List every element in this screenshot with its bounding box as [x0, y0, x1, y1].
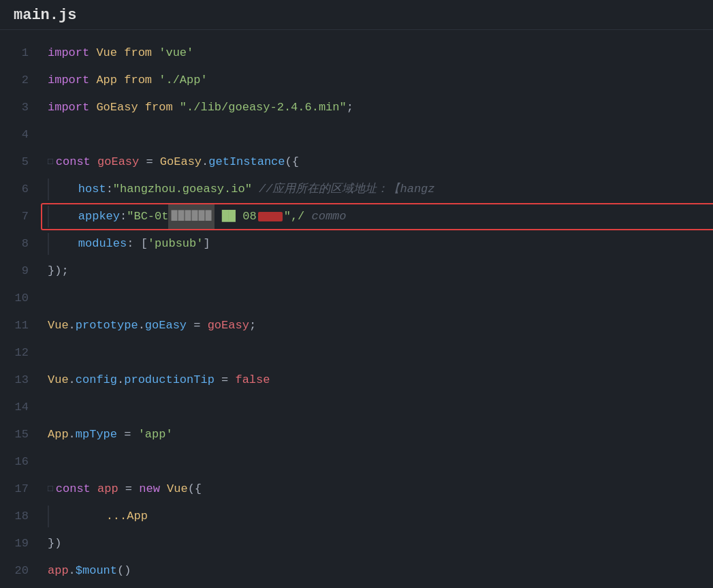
line-num-18: 18	[0, 503, 41, 530]
string-appkey: "BC-0t	[127, 203, 168, 230]
code-line-14	[48, 394, 713, 421]
string-host: "hangzhou.goeasy.io"	[113, 176, 252, 203]
prop-goeasy-proto: goEasy	[145, 312, 187, 339]
line-num-9: 9	[0, 258, 41, 285]
code-line-9: });	[48, 258, 713, 285]
code-line-10	[48, 285, 713, 312]
line-num-20: 20	[0, 557, 41, 585]
redact-bar	[258, 212, 283, 221]
line-num-16: 16	[0, 448, 41, 476]
class-goeasy-2: GoEasy	[160, 149, 202, 176]
keyword-import-2: import	[48, 67, 89, 94]
editor-container: main.js 1 2 3 4 5 6 7 8 9 10 11 12 13 14…	[0, 0, 713, 588]
code-line-16	[48, 448, 713, 476]
class-goeasy: GoEasy	[96, 94, 138, 121]
line-num-7: 7	[0, 203, 41, 230]
keyword-const-1: const	[56, 149, 91, 176]
line-num-8: 8	[0, 230, 41, 258]
comment-appkey: commo	[304, 203, 346, 230]
code-line-11: Vue . prototype . goEasy = goEasy ;	[48, 312, 713, 339]
line-num-3: 3	[0, 94, 41, 121]
string-appkey-3: 08	[236, 203, 257, 230]
code-area: 1 2 3 4 5 6 7 8 9 10 11 12 13 14 15 16 1…	[0, 30, 713, 588]
class-app-2: App	[48, 421, 69, 448]
keyword-from-3: from	[145, 94, 173, 121]
string-app-val: 'app'	[138, 421, 173, 448]
guide-line-8	[48, 233, 49, 255]
code-line-3: import GoEasy from "./lib/goeasy-2.4.6.m…	[48, 94, 713, 121]
code-line-4	[48, 121, 713, 149]
comment-host: //应用所在的区域地址：【hangz	[252, 176, 435, 203]
string-app: './App'	[159, 67, 207, 94]
code-line-21	[48, 585, 713, 588]
string-vue: 'vue'	[159, 40, 193, 67]
prop-config: config	[76, 367, 117, 394]
string-pubsub: 'pubsub'	[148, 230, 204, 258]
prop-mptype: mpType	[76, 421, 117, 448]
line-num-6: 6	[0, 176, 41, 203]
code-line-6: host : "hangzhou.goeasy.io" //应用所在的区域地址：…	[48, 176, 713, 203]
keyword-import-1: import	[48, 40, 89, 67]
code-line-8: modules : [ 'pubsub' ]	[48, 230, 713, 258]
var-app-ref: app	[48, 557, 69, 585]
line-num-10: 10	[0, 285, 41, 312]
code-content: import Vue from 'vue' import App from '.…	[41, 30, 713, 588]
code-line-7: appkey : "BC-0t ██████ ██ 08 ",/ commo	[48, 203, 713, 230]
fn-getinstance: getInstance	[208, 149, 285, 176]
line-num-1: 1	[0, 40, 41, 67]
prop-modules: modules	[78, 230, 127, 258]
line-num-5: 5	[0, 149, 41, 176]
line-num-17: 17	[0, 476, 41, 503]
code-line-19: })	[48, 530, 713, 557]
title-bar: main.js	[0, 0, 713, 30]
code-line-15: App . mpType = 'app'	[48, 421, 713, 448]
redact-appkey-1: ██████	[168, 203, 215, 230]
line-num-19: 19	[0, 530, 41, 557]
class-app: App	[96, 67, 117, 94]
line-num-21: 21	[0, 585, 41, 588]
code-line-17: □ const app = new Vue ({	[48, 476, 713, 503]
code-line-20: app . $mount ()	[48, 557, 713, 585]
class-vue: Vue	[96, 40, 117, 67]
string-goeasy-lib: "./lib/goeasy-2.4.6.min"	[180, 94, 347, 121]
code-line-2: import App from './App'	[48, 67, 713, 94]
spread-app: ...App	[106, 503, 148, 530]
prop-host: host	[78, 176, 106, 203]
line-numbers: 1 2 3 4 5 6 7 8 9 10 11 12 13 14 15 16 1…	[0, 30, 41, 588]
code-line-1: import Vue from 'vue'	[48, 40, 713, 67]
keyword-import-3: import	[48, 94, 89, 121]
code-line-18: ...App	[48, 503, 713, 530]
fold-icon-5: □	[48, 149, 53, 176]
guide-line-6	[48, 179, 49, 200]
line-num-12: 12	[0, 339, 41, 367]
code-line-5: □ const goEasy = GoEasy . getInstance ({	[48, 149, 713, 176]
line-num-11: 11	[0, 312, 41, 339]
prop-prototype: prototype	[76, 312, 138, 339]
line-num-13: 13	[0, 367, 41, 394]
line-num-2: 2	[0, 67, 41, 94]
prop-productiontip: productionTip	[124, 367, 215, 394]
var-app: app	[97, 476, 118, 503]
class-vue-3: Vue	[48, 367, 69, 394]
fn-mount: $mount	[76, 557, 117, 585]
prop-appkey: appkey	[78, 203, 120, 230]
file-title: main.js	[14, 7, 76, 24]
fold-icon-17: □	[48, 476, 53, 503]
class-vue-4: Vue	[167, 476, 188, 503]
val-false: false	[235, 367, 270, 394]
keyword-from-2: from	[124, 67, 152, 94]
class-vue-2: Vue	[48, 312, 69, 339]
line-num-14: 14	[0, 394, 41, 421]
keyword-const-2: const	[56, 476, 91, 503]
guide-line-18	[48, 506, 49, 527]
guide-line-7	[48, 206, 49, 228]
code-line-13: Vue . config . productionTip = false	[48, 367, 713, 394]
line-num-15: 15	[0, 421, 41, 448]
var-goeasy: goEasy	[97, 149, 139, 176]
keyword-from-1: from	[124, 40, 152, 67]
code-line-12	[48, 339, 713, 367]
line-num-4: 4	[0, 121, 41, 149]
string-appkey-4: ",/	[284, 203, 305, 230]
string-appkey-2: ██	[215, 203, 236, 230]
keyword-new: new	[139, 476, 160, 503]
